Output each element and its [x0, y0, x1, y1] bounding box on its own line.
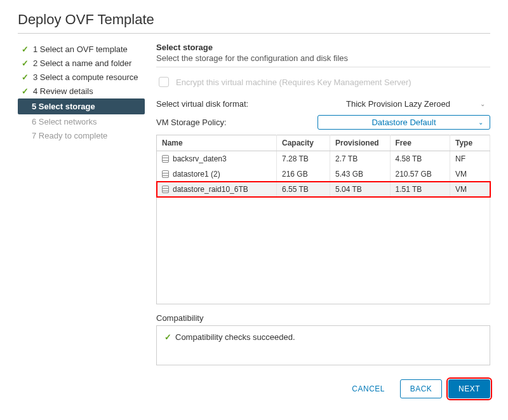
wizard-step-2[interactable]: ✓2 Select a name and folder	[18, 57, 145, 70]
storage-policy-select[interactable]: Datastore Default ⌄	[318, 115, 490, 130]
table-row[interactable]: backsrv_daten37.28 TB2.7 TB4.58 TBNF	[157, 151, 490, 167]
wizard-step-label: 5 Select storage	[32, 102, 95, 111]
check-icon: ✓	[22, 72, 29, 82]
check-icon: ✓	[22, 58, 29, 68]
datastore-icon	[162, 155, 169, 163]
compat-box: ✓Compatibility checks succeeded.	[156, 325, 490, 365]
chevron-down-icon: ⌄	[480, 100, 485, 107]
title-divider	[18, 33, 490, 34]
table-row[interactable]: datastore_raid10_6TB6.55 TB5.04 TB1.51 T…	[157, 182, 490, 197]
col-name[interactable]: Name	[157, 135, 277, 151]
storage-policy-label: VM Storage Policy:	[156, 118, 318, 127]
cell-name: backsrv_daten3	[157, 151, 277, 167]
main-panel: Select storage Select the storage for th…	[156, 43, 490, 365]
check-icon: ✓	[164, 332, 171, 342]
wizard-step-label: 6 Select networks	[32, 117, 97, 126]
next-button[interactable]: NEXT	[448, 379, 490, 398]
panel-heading: Select storage	[156, 43, 490, 52]
wizard-sidebar: ✓1 Select an OVF template✓2 Select a nam…	[18, 43, 145, 365]
datastore-icon	[162, 186, 169, 193]
wizard-step-5[interactable]: 5 Select storage	[18, 98, 145, 114]
wizard-step-7[interactable]: 7 Ready to complete	[18, 129, 145, 142]
datastore-tbody: backsrv_daten37.28 TB2.7 TB4.58 TBNFdata…	[157, 151, 490, 198]
cell-free: 4.58 TB	[390, 151, 450, 167]
cell-provisioned: 2.7 TB	[330, 151, 391, 167]
wizard-footer: CANCEL BACK NEXT	[18, 379, 490, 398]
cell-capacity: 216 GB	[277, 166, 330, 182]
compat-message: Compatibility checks succeeded.	[175, 332, 295, 342]
datastore-table: Name Capacity Provisioned Free Type back…	[156, 135, 490, 304]
cell-provisioned: 5.04 TB	[330, 182, 391, 197]
dialog-title: Deploy OVF Template	[18, 11, 490, 28]
cell-type: VM	[450, 182, 490, 197]
back-button[interactable]: BACK	[400, 379, 442, 398]
wizard-step-label: 1 Select an OVF template	[33, 44, 128, 54]
wizard-step-6[interactable]: 6 Select networks	[18, 115, 145, 128]
wizard-step-label: 7 Ready to complete	[32, 131, 107, 140]
col-provisioned[interactable]: Provisioned	[330, 135, 391, 151]
cell-capacity: 6.55 TB	[277, 182, 330, 197]
col-free[interactable]: Free	[390, 135, 450, 151]
cancel-button[interactable]: CANCEL	[343, 380, 394, 398]
cell-type: NF	[450, 151, 490, 167]
wizard-step-1[interactable]: ✓1 Select an OVF template	[18, 43, 145, 56]
compat-label: Compatibility	[156, 313, 490, 323]
cell-name: datastore_raid10_6TB	[157, 182, 277, 197]
disk-format-value: Thick Provision Lazy Zeroed	[346, 99, 450, 109]
cell-capacity: 7.28 TB	[277, 151, 330, 167]
table-empty-space	[157, 197, 490, 304]
cell-free: 1.51 TB	[390, 182, 450, 197]
wizard-step-3[interactable]: ✓3 Select a compute resource	[18, 71, 145, 84]
datastore-icon	[162, 170, 169, 178]
wizard-step-label: 2 Select a name and folder	[33, 58, 131, 68]
storage-policy-value: Datastore Default	[371, 118, 436, 127]
wizard-step-label: 3 Select a compute resource	[33, 72, 138, 82]
cell-free: 210.57 GB	[390, 166, 450, 182]
encrypt-label: Encrypt this virtual machine (Requires K…	[176, 78, 411, 87]
cell-name: datastore1 (2)	[157, 166, 277, 182]
panel-subtext: Select the storage for the configuration…	[156, 53, 490, 63]
wizard-step-label: 4 Review details	[33, 86, 93, 96]
wizard-step-4[interactable]: ✓4 Review details	[18, 85, 145, 98]
cell-type: VM	[450, 166, 490, 182]
chevron-down-icon: ⌄	[478, 119, 483, 126]
disk-format-label: Select virtual disk format:	[156, 99, 341, 109]
encrypt-checkbox	[159, 77, 169, 87]
disk-format-select[interactable]: Thick Provision Lazy Zeroed ⌄	[341, 98, 490, 110]
check-icon: ✓	[22, 44, 29, 54]
col-capacity[interactable]: Capacity	[277, 135, 330, 151]
check-icon: ✓	[22, 86, 29, 96]
cell-provisioned: 5.43 GB	[330, 166, 391, 182]
col-type[interactable]: Type	[450, 135, 490, 151]
table-row[interactable]: datastore1 (2)216 GB5.43 GB210.57 GBVM	[157, 166, 490, 182]
panel-divider	[156, 67, 490, 67]
